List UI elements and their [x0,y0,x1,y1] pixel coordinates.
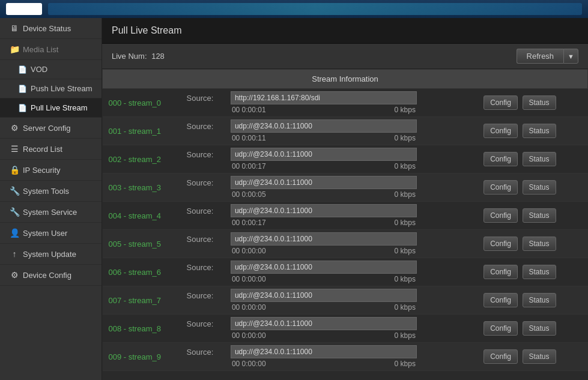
config-button-3[interactable]: Config [483,180,518,195]
stream-actions-2: Config Status [477,145,587,173]
stream-time-4: 00 0:00:17 [232,219,266,227]
stream-kbps-2: 0 kbps [395,162,416,170]
stream-source-info-0: 00 0:00:01 0 kbps [228,89,477,117]
stream-source-label-7: Source: [181,286,228,315]
stream-name-4: 004 - stream_4 [103,202,181,230]
stream-actions-8: Config Status [477,315,587,343]
stream-name-2: 002 - stream_2 [103,145,181,173]
page-title: Pull Live Stream [112,25,578,36]
refresh-button[interactable]: Refresh [517,49,564,64]
live-num-value: 128 [151,52,165,61]
config-button-2[interactable]: Config [483,152,518,166]
sidebar-item-ip-security[interactable]: 🔒 IP Security [0,160,102,181]
sidebar-item-system-tools[interactable]: 🔧 System Tools [0,181,102,202]
stream-url-input-1[interactable] [231,119,417,133]
status-button-9[interactable]: Status [523,349,556,364]
table-row: 003 - stream_3 Source: 00 0:00:05 0 kbps… [103,173,588,202]
stream-source-label-1: Source: [181,117,228,145]
stream-kbps-1: 0 kbps [395,134,416,142]
stream-kbps-3: 0 kbps [395,190,416,199]
sidebar-item-system-update[interactable]: ↑ System Update [0,244,102,265]
stream-source-info-5: 00 0:00:00 0 kbps [228,230,477,258]
sidebar-item-device-config[interactable]: ⚙ Device Config [0,265,102,286]
config-button-9[interactable]: Config [483,349,518,364]
config-icon: ⚙ [10,270,19,280]
stream-source-info-7: 00 0:00:00 0 kbps [228,286,477,315]
stream-actions-5: Config Status [477,230,587,258]
sidebar-item-push-live-stream[interactable]: 📄 Push Live Stream [0,79,102,98]
stream-source-label-0: Source: [181,89,228,117]
logo [6,3,42,15]
file-icon: 📄 [18,65,27,74]
stream-info-header: Stream Information [103,70,588,89]
config-button-1[interactable]: Config [483,124,518,138]
stream-source-label-2: Source: [181,145,228,173]
list-icon: ☰ [10,144,19,154]
stream-name-5: 005 - stream_5 [103,230,181,258]
lock-icon: 🔒 [10,165,19,175]
gear-icon: ⚙ [10,123,19,133]
tools-icon: 🔧 [10,186,19,196]
top-decoration [48,3,582,15]
stream-time-6: 00 0:00:00 [232,275,266,283]
stream-time-2: 00 0:00:17 [232,162,266,170]
sidebar-item-vod[interactable]: 📄 VOD [0,60,102,79]
sidebar-item-device-status[interactable]: 🖥 Device Status [0,18,102,39]
sidebar-item-system-service[interactable]: 🔧 System Service [0,202,102,223]
status-button-8[interactable]: Status [523,321,556,336]
stream-kbps-0: 0 kbps [395,106,416,114]
config-button-0[interactable]: Config [483,95,518,110]
stream-time-8: 00 0:00:00 [232,331,266,340]
stream-url-input-4[interactable] [231,204,417,217]
status-button-1[interactable]: Status [523,124,556,138]
config-button-7[interactable]: Config [483,293,518,307]
file-icon-push: 📄 [18,85,27,93]
sidebar-item-media-list[interactable]: 📁 Media List [0,39,102,60]
status-button-6[interactable]: Status [523,265,556,279]
status-button-7[interactable]: Status [523,293,556,307]
status-button-5[interactable]: Status [523,237,556,251]
stream-table: Stream Information 000 - stream_0 Source… [102,69,588,371]
status-button-0[interactable]: Status [523,95,556,110]
stream-url-input-0[interactable] [231,91,417,104]
status-button-2[interactable]: Status [523,152,556,166]
table-row: 002 - stream_2 Source: 00 0:00:17 0 kbps… [103,145,588,173]
stream-source-info-8: 00 0:00:00 0 kbps [228,315,477,343]
sidebar-item-system-user[interactable]: 👤 System User [0,223,102,244]
refresh-dropdown-button[interactable]: ▼ [563,49,578,64]
sidebar-item-record-list[interactable]: ☰ Record List [0,139,102,160]
stream-url-input-6[interactable] [231,261,417,274]
stream-url-input-8[interactable] [231,317,417,330]
stream-source-label-9: Source: [181,343,228,371]
config-button-6[interactable]: Config [483,265,518,279]
service-icon: 🔧 [10,207,19,217]
stream-url-input-9[interactable] [231,345,417,358]
stream-name-1: 001 - stream_1 [103,117,181,145]
config-button-8[interactable]: Config [483,321,518,336]
stream-source-label-6: Source: [181,258,228,286]
config-button-5[interactable]: Config [483,237,518,251]
status-button-4[interactable]: Status [523,208,556,223]
stream-name-0: 000 - stream_0 [103,89,181,117]
folder-icon: 📁 [10,44,19,54]
stream-source-info-2: 00 0:00:17 0 kbps [228,145,477,173]
stream-url-input-2[interactable] [231,148,417,161]
status-button-3[interactable]: Status [523,180,556,195]
stream-url-input-3[interactable] [231,176,417,189]
stream-url-input-7[interactable] [231,289,417,302]
monitor-icon: 🖥 [10,23,19,33]
stream-actions-7: Config Status [477,286,587,315]
stream-actions-1: Config Status [477,117,587,145]
stream-kbps-4: 0 kbps [395,219,416,227]
stream-time-5: 00 0:00:00 [232,247,266,255]
stream-actions-6: Config Status [477,258,587,286]
sidebar-item-server-config[interactable]: ⚙ Server Config [0,118,102,139]
stream-source-info-3: 00 0:00:05 0 kbps [228,173,477,202]
stream-url-input-5[interactable] [231,232,417,246]
sidebar-item-pull-live-stream[interactable]: 📄 Pull Live Stream [0,98,102,118]
stream-time-9: 00 0:00:00 [232,360,266,368]
stream-source-info-9: 00 0:00:00 0 kbps [228,343,477,371]
config-button-4[interactable]: Config [483,208,518,223]
stream-time-7: 00 0:00:00 [232,303,266,312]
stream-kbps-7: 0 kbps [395,303,416,312]
